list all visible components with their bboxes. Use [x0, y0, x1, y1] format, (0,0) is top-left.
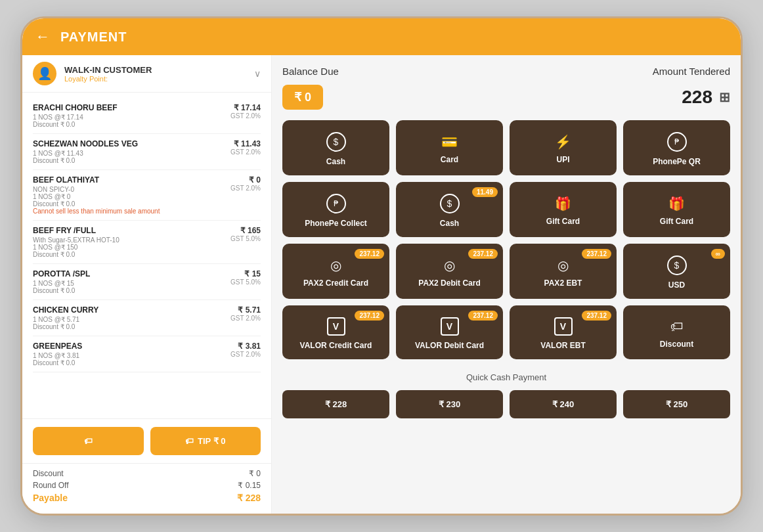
payable-label: Payable — [33, 493, 68, 503]
item-price: ₹ 11.43 — [234, 139, 261, 148]
valor-icon: V — [327, 317, 345, 336]
payment-btn-phonepe-collect-4[interactable]: ₱ PhonePe Collect — [282, 182, 389, 237]
payment-btn-discount-15[interactable]: 🏷 Discount — [623, 305, 730, 359]
item-gst: GST 2.0% — [230, 315, 261, 322]
tag-button[interactable]: 🏷 — [33, 427, 144, 455]
payment-label: Gift Card — [660, 217, 693, 226]
payment-label: VALOR Credit Card — [300, 341, 372, 350]
payment-btn-pax2-ebt-10[interactable]: 237.12 ◎ PAX2 EBT — [510, 244, 617, 299]
balance-row: Balance Due Amount Tendered — [282, 66, 730, 77]
phonepe-icon: ₱ — [667, 132, 687, 152]
main-layout: 👤 WALK-IN CUSTOMER Loyalty Point: ∨ ERAC… — [22, 55, 741, 514]
payment-btn-pax2-debit-card-9[interactable]: 237.12 ◎ PAX2 Debit Card — [396, 244, 503, 299]
gift-icon: 🎁 — [668, 196, 685, 211]
list-item: ERACHI CHORU BEEF 1 NOS @₹ 17.14 Discoun… — [33, 98, 261, 134]
item-details: With Sugar-5,EXTRA HOT-101 NOS @₹ 150 Di… — [33, 236, 120, 258]
quick-cash-button[interactable]: ₹ 230 — [396, 390, 503, 418]
totals-section: Discount ₹ 0 Round Off ₹ 0.15 Payable ₹ … — [22, 463, 271, 514]
payment-label: UPI — [556, 155, 569, 164]
item-details: 1 NOS @₹ 17.14 Discount ₹ 0.0 — [33, 114, 118, 128]
item-gst: GST 2.0% — [230, 351, 261, 358]
tag-icon: 🏷 — [84, 436, 93, 446]
list-item: GREENPEAS 1 NOS @₹ 3.81 Discount ₹ 0.0 ₹… — [33, 336, 261, 372]
back-button[interactable]: ← — [35, 28, 50, 45]
dollar-icon: $ — [440, 194, 460, 213]
discount-label: Discount — [33, 469, 64, 478]
discount-icon: 🏷 — [670, 319, 684, 334]
left-panel: 👤 WALK-IN CUSTOMER Loyalty Point: ∨ ERAC… — [22, 55, 272, 514]
payment-label: VALOR EBT — [540, 341, 585, 350]
customer-bar[interactable]: 👤 WALK-IN CUSTOMER Loyalty Point: ∨ — [22, 55, 271, 93]
list-item: beef fry /full With Sugar-5,EXTRA HOT-10… — [33, 221, 261, 264]
balance-badge: ₹ 0 — [282, 85, 323, 110]
payment-btn-phonepe-qr-3[interactable]: ₱ PhonePe QR — [623, 120, 730, 175]
payment-label: Cash — [326, 157, 345, 166]
list-item: POROTTA /SPL 1 NOS @₹ 15 Discount ₹ 0.0 … — [33, 264, 261, 300]
payment-methods-grid: $ Cash 💳 Card ⚡ UPI ₱ PhonePe QR ₱ Phone… — [282, 120, 730, 359]
item-details: 1 NOS @₹ 15 Discount ₹ 0.0 — [33, 280, 90, 294]
page-title: PAYMENT — [60, 30, 127, 45]
item-details: 1 NOS @₹ 5.71 Discount ₹ 0.0 — [33, 316, 98, 330]
payment-btn-upi-2[interactable]: ⚡ UPI — [510, 120, 617, 175]
payment-badge: ∞ — [711, 249, 725, 259]
grid-icon[interactable]: ⊞ — [719, 89, 730, 105]
payment-badge: 237.12 — [468, 249, 498, 259]
item-price: ₹ 17.14 — [234, 103, 261, 112]
payment-badge: 237.12 — [468, 311, 498, 321]
item-gst: GST 2.0% — [229, 112, 261, 120]
payment-btn-valor-ebt-14[interactable]: 237.12 V VALOR EBT — [510, 305, 617, 359]
payment-label: USD — [668, 280, 685, 290]
payment-label: Gift Card — [546, 217, 580, 226]
item-gst: GST 5.0% — [230, 278, 261, 286]
bottom-actions: 🏷 🏷 TIP ₹ 0 — [22, 418, 271, 463]
item-name: SCHEZWAN NOODLES VEG — [33, 139, 138, 148]
item-details: NON SPICY-01 NOS @₹ 0 Discount ₹ 0.0 Can… — [33, 186, 160, 215]
payment-btn-valor-credit-card-12[interactable]: 237.12 V VALOR Credit Card — [282, 305, 389, 359]
item-name: POROTTA /SPL — [33, 269, 90, 278]
tip-button[interactable]: 🏷 TIP ₹ 0 — [150, 427, 261, 455]
balance-amount-row: ₹ 0 228 ⊞ — [282, 85, 730, 110]
item-gst: GST 2.0% — [229, 148, 261, 156]
payment-btn-cash-0[interactable]: $ Cash — [282, 120, 389, 175]
quick-cash-button[interactable]: ₹ 250 — [623, 390, 730, 418]
payment-btn-card-1[interactable]: 💳 Card — [396, 120, 503, 175]
payment-badge: 237.12 — [355, 311, 384, 321]
quick-cash-grid: ₹ 228₹ 230₹ 240₹ 250 — [282, 390, 730, 418]
quick-cash-label: Quick Cash Payment — [282, 372, 730, 382]
list-item: BEEF OLATHIYAT NON SPICY-01 NOS @₹ 0 Dis… — [33, 170, 261, 221]
valor-icon: V — [554, 317, 573, 336]
right-panel: Balance Due Amount Tendered ₹ 0 228 ⊞ $ … — [272, 55, 741, 514]
payment-label: PAX2 EBT — [544, 278, 582, 288]
payment-btn-cash-5[interactable]: 11.49 $ Cash — [396, 182, 503, 237]
card-icon: 💳 — [441, 134, 458, 150]
pax-icon: ◎ — [557, 257, 569, 273]
phonepe-icon: ₱ — [326, 194, 346, 213]
customer-info: WALK-IN CUSTOMER Loyalty Point: — [64, 65, 254, 83]
tendered-amount: 228 ⊞ — [682, 87, 730, 108]
payable-value: ₹ 228 — [237, 493, 261, 503]
item-price: ₹ 0 — [236, 175, 261, 185]
upi-icon: ⚡ — [555, 134, 571, 150]
payment-label: PAX2 Credit Card — [303, 278, 368, 288]
gift-icon: 🎁 — [555, 196, 571, 211]
header: ← PAYMENT — [22, 18, 741, 55]
amount-tendered-label: Amount Tendered — [653, 66, 730, 77]
payment-btn-gift-card-6[interactable]: 🎁 Gift Card — [510, 182, 617, 237]
valor-icon: V — [441, 317, 459, 336]
payment-label: Cash — [440, 219, 459, 228]
payment-label: VALOR Debit Card — [415, 341, 484, 350]
payment-btn-pax2-credit-card-8[interactable]: 237.12 ◎ PAX2 Credit Card — [282, 244, 389, 299]
list-item: SCHEZWAN NOODLES VEG 1 NOS @₹ 11.43 Disc… — [33, 134, 261, 170]
payment-badge: 11.49 — [472, 187, 498, 197]
quick-cash-button[interactable]: ₹ 228 — [282, 390, 389, 418]
item-details: 1 NOS @₹ 11.43 Discount ₹ 0.0 — [33, 150, 138, 164]
payment-btn-usd-11[interactable]: ∞ $ USD — [623, 244, 730, 299]
payment-btn-gift-card-7[interactable]: 🎁 Gift Card — [623, 182, 730, 237]
item-name: ERACHI CHORU BEEF — [33, 103, 118, 112]
item-details: 1 NOS @₹ 3.81 Discount ₹ 0.0 — [33, 352, 82, 366]
quick-cash-button[interactable]: ₹ 240 — [510, 390, 617, 418]
item-name: GREENPEAS — [33, 342, 82, 351]
item-price: ₹ 3.81 — [236, 342, 261, 351]
dollar-icon: $ — [667, 255, 687, 275]
payment-btn-valor-debit-card-13[interactable]: 237.12 V VALOR Debit Card — [396, 305, 503, 359]
